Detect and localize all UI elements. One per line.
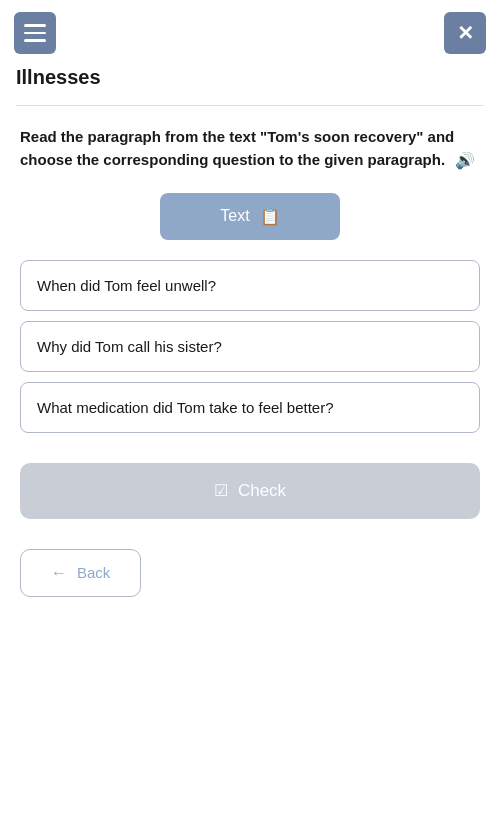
audio-icon[interactable]: 🔊 xyxy=(455,149,475,173)
option-2[interactable]: Why did Tom call his sister? xyxy=(20,321,480,372)
check-label: Check xyxy=(238,481,286,501)
back-arrow-icon: ← xyxy=(51,564,67,582)
option-1[interactable]: When did Tom feel unwell? xyxy=(20,260,480,311)
book-icon: 📋 xyxy=(260,207,280,226)
check-icon: ☑ xyxy=(214,481,228,500)
menu-line xyxy=(24,24,46,27)
close-icon: ✕ xyxy=(457,21,474,45)
instruction-text: Read the paragraph from the text "Tom's … xyxy=(0,126,500,193)
menu-button[interactable] xyxy=(14,12,56,54)
page-title: Illnesses xyxy=(0,66,500,105)
text-button[interactable]: Text 📋 xyxy=(160,193,340,240)
check-button[interactable]: ☑ Check xyxy=(20,463,480,519)
menu-line xyxy=(24,39,46,42)
options-container: When did Tom feel unwell? Why did Tom ca… xyxy=(0,260,500,433)
top-bar: ✕ xyxy=(0,0,500,66)
option-3[interactable]: What medication did Tom take to feel bet… xyxy=(20,382,480,433)
text-button-label: Text xyxy=(220,207,249,225)
divider xyxy=(16,105,484,106)
back-button-container: ← Back xyxy=(0,549,500,597)
back-button[interactable]: ← Back xyxy=(20,549,141,597)
menu-line xyxy=(24,32,46,35)
text-button-container: Text 📋 xyxy=(0,193,500,240)
check-button-container: ☑ Check xyxy=(0,463,500,519)
back-label: Back xyxy=(77,564,110,581)
close-button[interactable]: ✕ xyxy=(444,12,486,54)
